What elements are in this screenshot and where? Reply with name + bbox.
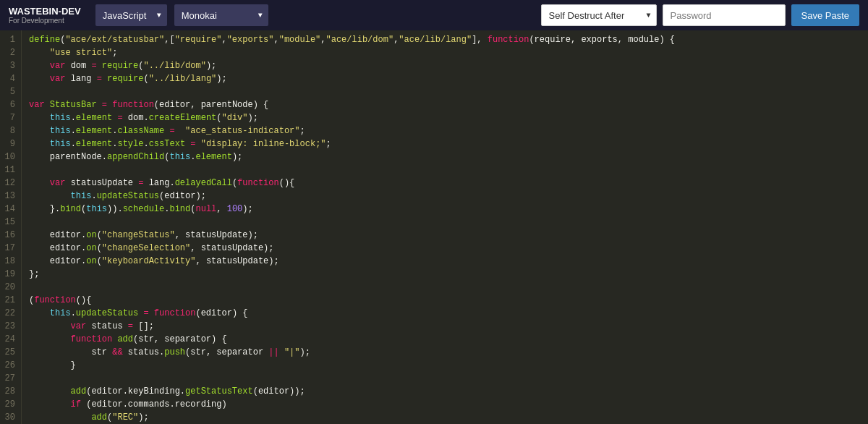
- destruct-select[interactable]: Self Destruct After Never 1 Hour 1 Day 1…: [541, 4, 657, 26]
- save-paste-button[interactable]: Save Paste: [791, 4, 860, 26]
- header: WASTEBIN-DEV For Development JavaScript …: [0, 0, 868, 30]
- theme-select-wrapper: Monokai Solarized Dark Tomorrow Night Tw…: [174, 4, 268, 26]
- language-select[interactable]: JavaScript Python Ruby HTML CSS PHP Java…: [95, 4, 167, 26]
- right-controls: Self Destruct After Never 1 Hour 1 Day 1…: [541, 4, 860, 26]
- password-input[interactable]: [663, 4, 786, 26]
- brand: WASTEBIN-DEV For Development: [9, 6, 81, 25]
- line-numbers: 12345 678910 1112131415 1617181920 21222…: [0, 30, 22, 424]
- brand-subtitle: For Development: [9, 17, 81, 25]
- theme-select[interactable]: Monokai Solarized Dark Tomorrow Night Tw…: [174, 4, 268, 26]
- language-select-wrapper: JavaScript Python Ruby HTML CSS PHP Java…: [95, 4, 167, 26]
- editor-area: 12345 678910 1112131415 1617181920 21222…: [0, 30, 868, 424]
- destruct-select-wrapper: Self Destruct After Never 1 Hour 1 Day 1…: [541, 4, 657, 26]
- brand-title: WASTEBIN-DEV: [9, 6, 81, 17]
- code-editor[interactable]: define("ace/ext/statusbar",["require","e…: [22, 30, 868, 424]
